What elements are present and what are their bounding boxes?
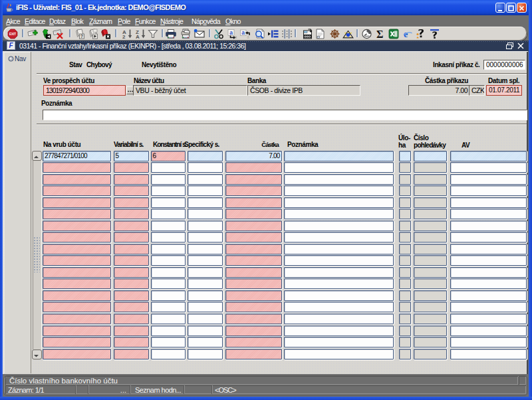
svg-text:a: a	[235, 35, 237, 39]
svg-text:A: A	[136, 34, 140, 39]
svg-text:EXIT: EXIT	[9, 33, 16, 36]
svg-text:?: ?	[80, 34, 83, 39]
svg-text:a: a	[229, 29, 233, 36]
svg-text:a: a	[247, 35, 249, 39]
svg-text:Σ: Σ	[376, 29, 383, 40]
svg-text:2: 2	[122, 34, 126, 39]
svg-text:a: a	[241, 29, 245, 36]
